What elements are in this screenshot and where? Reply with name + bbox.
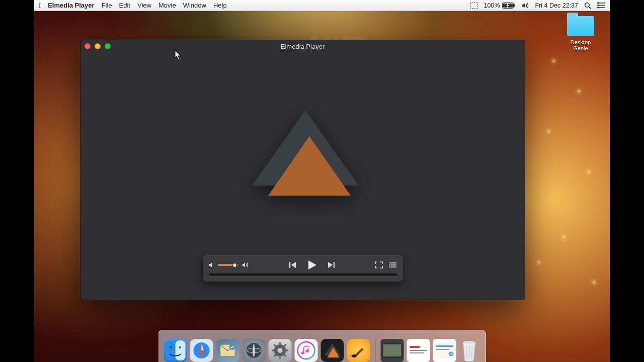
menu-window[interactable]: Window xyxy=(183,2,206,9)
notification-center-icon[interactable] xyxy=(597,2,605,9)
folder-icon xyxy=(567,16,594,36)
svg-rect-26 xyxy=(176,340,186,360)
volume-high-icon[interactable] xyxy=(242,262,249,268)
menu-bar:  Elmedia Player File Edit View Movie Wi… xyxy=(34,0,610,11)
window-title: Elmedia Player xyxy=(80,43,525,50)
scrubber[interactable] xyxy=(209,274,397,276)
svg-point-24 xyxy=(389,266,390,267)
play-button[interactable] xyxy=(306,259,318,271)
volume-control xyxy=(209,262,249,268)
svg-point-23 xyxy=(389,264,390,265)
desktop-folder-desktop-genie[interactable]: Desktop Genie xyxy=(562,16,599,51)
menu-edit[interactable]: Edit xyxy=(119,2,130,9)
svg-point-22 xyxy=(389,262,390,263)
spotlight-icon[interactable] xyxy=(584,2,591,9)
svg-line-43 xyxy=(284,354,286,356)
svg-line-44 xyxy=(284,344,286,346)
volume-low-icon[interactable] xyxy=(209,262,215,268)
dock-trash[interactable] xyxy=(459,339,480,362)
player-controls xyxy=(203,255,403,282)
player-window: Elmedia Player xyxy=(80,40,525,300)
dock-app-mail[interactable] xyxy=(216,339,239,362)
svg-point-37 xyxy=(278,348,283,353)
menu-help[interactable]: Help xyxy=(213,2,227,9)
dock-stack-documents[interactable] xyxy=(407,339,430,362)
dock-app-launchpad[interactable] xyxy=(243,339,266,362)
svg-point-11 xyxy=(598,7,599,9)
svg-rect-55 xyxy=(410,352,424,353)
svg-rect-54 xyxy=(410,350,427,351)
menu-file[interactable]: File xyxy=(102,2,112,9)
volume-knob[interactable] xyxy=(232,263,237,267)
dock-app-itunes[interactable] xyxy=(295,339,318,362)
dock-app-finder[interactable] xyxy=(164,339,187,362)
volume-icon[interactable] xyxy=(521,2,529,9)
svg-rect-18 xyxy=(333,262,334,268)
dock-app-system-preferences[interactable] xyxy=(269,339,292,362)
svg-rect-0 xyxy=(470,3,477,9)
dock-app-garageband[interactable] xyxy=(347,339,370,362)
menu-view[interactable]: View xyxy=(137,2,151,9)
window-titlebar[interactable]: Elmedia Player xyxy=(80,40,525,52)
svg-marker-15 xyxy=(291,262,296,268)
next-button[interactable] xyxy=(327,261,335,269)
svg-line-42 xyxy=(274,344,276,346)
app-menu[interactable]: Elmedia Player xyxy=(48,2,95,9)
dock-app-elmedia[interactable] xyxy=(321,339,344,362)
volume-slider[interactable] xyxy=(218,264,239,266)
battery-status[interactable]: 100% xyxy=(484,2,515,9)
dock-stack-desktop[interactable] xyxy=(433,339,456,362)
svg-marker-16 xyxy=(308,260,316,269)
svg-rect-57 xyxy=(436,345,453,347)
screen-capture-icon[interactable] xyxy=(470,2,478,9)
dock-stack-downloads[interactable] xyxy=(381,339,404,362)
clock[interactable]: Fri 4 Dec 22:37 xyxy=(535,2,578,9)
playlist-button[interactable] xyxy=(389,261,397,268)
svg-rect-51 xyxy=(383,344,401,356)
battery-percent: 100% xyxy=(484,2,500,9)
svg-point-9 xyxy=(598,3,599,4)
svg-rect-14 xyxy=(289,262,290,268)
dock-app-safari[interactable] xyxy=(190,339,213,362)
apple-menu-icon[interactable]:  xyxy=(39,2,42,10)
previous-button[interactable] xyxy=(289,261,297,269)
svg-rect-2 xyxy=(514,4,515,7)
svg-point-10 xyxy=(598,5,599,6)
elmedia-logo-icon xyxy=(245,107,361,203)
fullscreen-button[interactable] xyxy=(375,261,383,268)
svg-line-45 xyxy=(274,354,276,356)
dock xyxy=(158,330,486,362)
player-canvas xyxy=(80,60,525,249)
svg-point-4 xyxy=(585,3,589,7)
desktop-folder-label: Desktop Genie xyxy=(562,39,599,51)
svg-rect-53 xyxy=(410,346,420,348)
svg-marker-17 xyxy=(328,262,333,268)
dock-separator xyxy=(375,339,376,362)
svg-point-28 xyxy=(179,346,181,348)
svg-rect-58 xyxy=(436,349,449,350)
svg-line-5 xyxy=(589,7,591,9)
svg-point-49 xyxy=(352,354,357,357)
menu-movie[interactable]: Movie xyxy=(158,2,176,9)
svg-point-27 xyxy=(170,346,172,348)
